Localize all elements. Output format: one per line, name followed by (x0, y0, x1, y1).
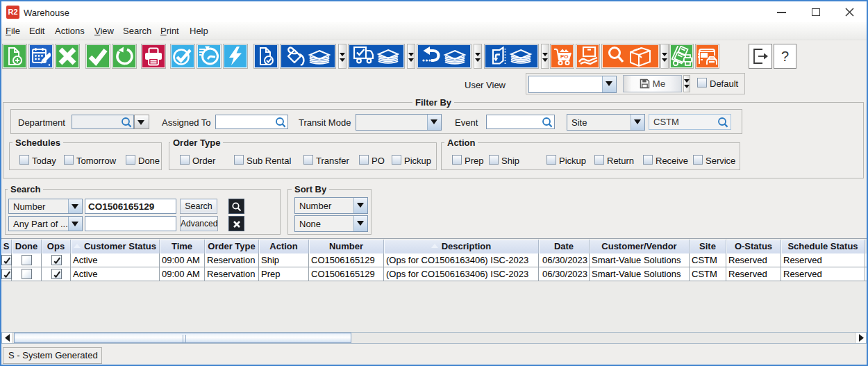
svg-text:PO: PO (560, 53, 569, 60)
